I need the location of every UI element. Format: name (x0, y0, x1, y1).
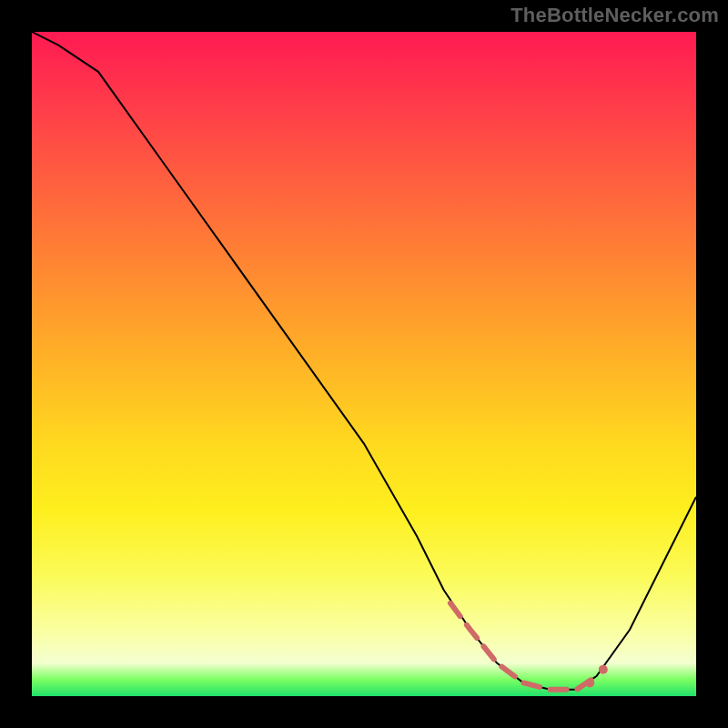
highlight-dot (585, 678, 594, 687)
watermark-text: TheBottleNecker.com (511, 4, 719, 27)
curve-svg (32, 32, 696, 696)
chart-frame: TheBottleNecker.com (0, 0, 728, 728)
highlight-dot (599, 665, 608, 674)
bottleneck-curve (32, 32, 696, 690)
bottleneck-highlight (450, 603, 597, 690)
plot-area (32, 32, 696, 696)
